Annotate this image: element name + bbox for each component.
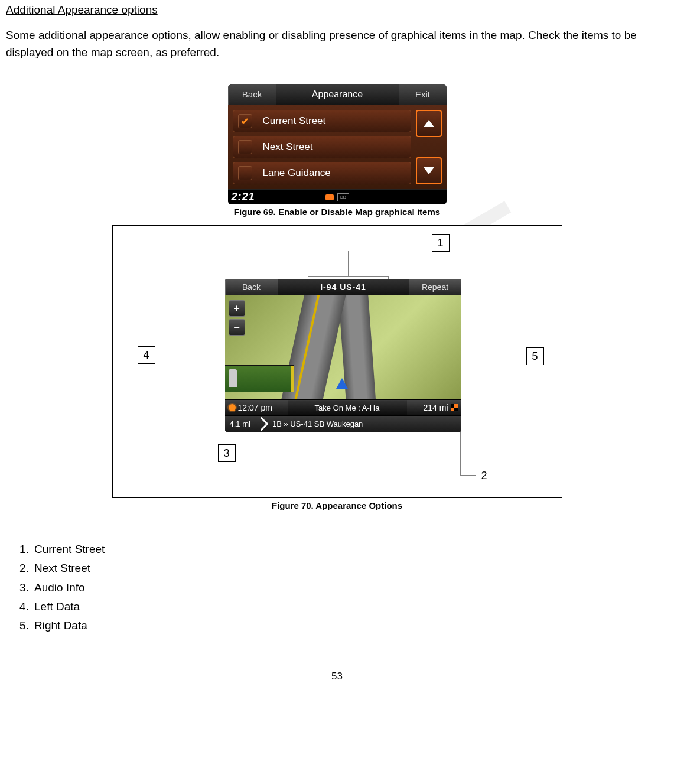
destination-flag-icon (451, 404, 458, 411)
clock: 2:21 (232, 191, 255, 203)
next-street-label: 1B » US-41 SB Waukegan (272, 419, 363, 428)
left-data-value: 12:07 pm (238, 403, 272, 412)
annotated-map-figure: 1 2 3 4 5 Back I-94 US-41 Repeat (112, 225, 562, 498)
legend-item: Current Street (32, 540, 668, 559)
list-item[interactable]: Next Street (233, 136, 411, 158)
back-button[interactable]: Back (228, 84, 276, 105)
status-bar: 2:21 CB (228, 189, 447, 204)
scroll-up-button[interactable] (416, 110, 442, 137)
list-item-label: Next Street (263, 141, 313, 153)
brand-icon (325, 194, 334, 200)
list-item[interactable]: Lane Guidance (233, 162, 411, 184)
checkbox-icon[interactable] (238, 166, 252, 180)
next-turn-distance: 4.1 mi (230, 419, 250, 428)
back-button[interactable]: Back (225, 279, 278, 295)
callout-4: 4 (138, 346, 155, 364)
left-data-field[interactable]: 12:07 pm (225, 400, 288, 415)
figure-caption: Figure 69. Enable or Disable Map graphic… (6, 207, 668, 217)
callout-3: 3 (218, 444, 236, 462)
navigation-map-screen: Back I-94 US-41 Repeat + − 12:07 pm Take… (225, 279, 461, 432)
sun-icon (229, 404, 236, 411)
scroll-down-button[interactable] (416, 157, 442, 184)
callout-2: 2 (476, 467, 493, 484)
legend-item: Right Data (32, 616, 668, 635)
intro-paragraph: Some additional appearance options, allo… (6, 27, 668, 61)
exit-button[interactable]: Exit (399, 84, 447, 105)
figure-caption: Figure 70. Appearance Options (6, 500, 668, 510)
section-title: Additional Appearance options (6, 4, 668, 17)
triangle-up-icon (424, 120, 434, 127)
triangle-down-icon (424, 167, 434, 174)
legend-item: Next Street (32, 559, 668, 578)
legend-list: Current Street Next Street Audio Info Le… (6, 540, 668, 635)
lane-guidance-overlay (225, 365, 294, 392)
appearance-settings-screen: Back Appearance Exit ✔ Current Street Ne… (228, 84, 447, 204)
right-data-value: 214 mi (423, 403, 448, 412)
vehicle-icon (336, 378, 348, 389)
map-view[interactable]: + − (225, 295, 461, 399)
checkbox-icon[interactable] (238, 140, 252, 154)
list-item-label: Lane Guidance (263, 167, 331, 179)
zoom-in-button[interactable]: + (229, 300, 245, 317)
list-item[interactable]: ✔ Current Street (233, 110, 411, 132)
zoom-out-button[interactable]: − (229, 319, 245, 336)
screen-title: Appearance (276, 84, 399, 105)
callout-1: 1 (432, 234, 450, 252)
page-number: 53 (6, 671, 668, 682)
cb-icon: CB (337, 193, 349, 201)
next-street-bar[interactable]: 4.1 mi 1B » US-41 SB Waukegan (225, 416, 461, 432)
legend-item: Left Data (32, 597, 668, 616)
list-item-label: Current Street (263, 115, 326, 127)
callout-5: 5 (526, 347, 544, 365)
repeat-button[interactable]: Repeat (409, 279, 461, 295)
audio-info-field[interactable]: Take On Me : A-Ha (288, 401, 407, 415)
right-data-field[interactable]: 214 mi (407, 400, 461, 415)
checkbox-checked-icon[interactable]: ✔ (238, 114, 252, 128)
turn-arrow-icon (254, 417, 268, 431)
current-street-label: I-94 US-41 (278, 279, 409, 295)
legend-item: Audio Info (32, 578, 668, 597)
